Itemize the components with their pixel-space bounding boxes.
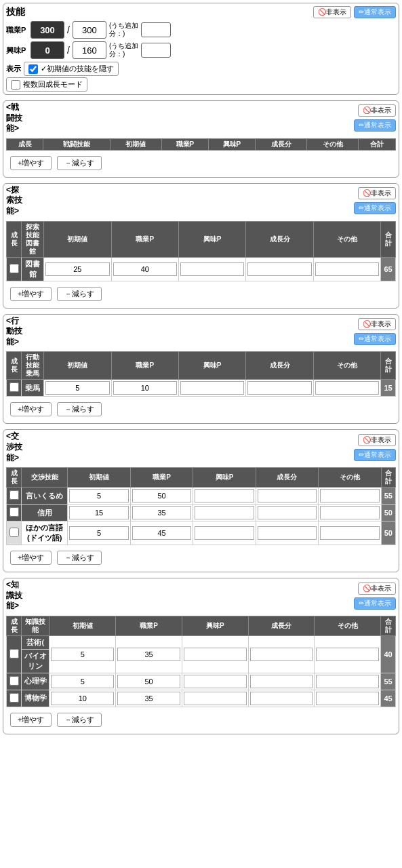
neg-row2-other-input[interactable] [320,526,379,540]
action-row0-other [313,380,380,397]
kyomip-extra-value[interactable] [141,43,171,58]
action-row0-shokugyop-input[interactable] [113,381,177,395]
search-row0-initial-input[interactable] [45,262,109,276]
hide-initial-checkbox[interactable] [28,64,38,74]
know-row1-name: 心理学 [22,673,49,690]
know-row0-shokugyop-input[interactable] [117,648,180,661]
knowledge-section: <知 識技 能> 🚫非表示 ✏通常表示 成長 知識技能 初期値 職業P 興味P … [3,578,399,734]
neg-row1-growth-input[interactable] [258,506,317,519]
know-remove-button[interactable]: －減らす [57,713,102,727]
action-btn-row: +増やす －減らす [6,399,396,420]
neg-row1-kyomip [193,505,256,521]
know-row1-growth-checkbox[interactable] [9,676,19,686]
search-remove-button[interactable]: －減らす [57,287,102,301]
combat-th-growth: 成長 [7,138,43,150]
neg-row1-initial-input[interactable] [69,506,128,519]
multi-growth-row[interactable]: 複数回成長モード [6,77,87,92]
neg-remove-button[interactable]: －減らす [57,551,102,565]
know-add-button[interactable]: +増やす [10,713,52,727]
neg-row1-growth-checkbox[interactable] [9,507,19,517]
know-row0-other [315,635,381,673]
neg-row2-growth-input[interactable] [258,526,317,540]
know-row0-growth-checkbox[interactable] [9,649,19,658]
shokugyop-value2[interactable] [73,21,106,39]
neg-row0-kyomip [193,488,256,505]
know-row0-other-input[interactable] [316,648,379,661]
combat-show-button[interactable]: ✏通常表示 [354,119,396,132]
action-row0-initial-input[interactable] [45,381,109,395]
action-row0-kyomip-input[interactable] [180,381,244,395]
knowledge-hide-button[interactable]: 🚫非表示 [358,583,396,595]
search-hide-button[interactable]: 🚫非表示 [358,187,396,199]
combat-remove-button[interactable]: －減らす [57,156,102,170]
negotiation-hide-button[interactable]: 🚫非表示 [358,434,396,446]
combat-hide-button[interactable]: 🚫非表示 [358,104,396,117]
action-row0-growth-checkbox[interactable] [9,382,19,392]
knowledge-show-button[interactable]: ✏通常表示 [354,597,396,610]
know-row1-kyomip-input[interactable] [184,675,247,688]
search-row0-other-input[interactable] [315,262,379,276]
neg-row0-growth-input[interactable] [258,489,317,502]
know-row2-shokugyop-input[interactable] [117,692,180,705]
neg-row2-growth-checkbox[interactable] [9,528,19,537]
search-row0-growth-input[interactable] [247,262,311,276]
neg-row1-other-input[interactable] [320,506,379,519]
know-row1-shokugyop-input[interactable] [117,675,180,688]
action-show-button[interactable]: ✏通常表示 [354,333,396,345]
neg-row0-shokugyop-input[interactable] [132,489,191,502]
shokugyop-value1[interactable] [31,21,64,39]
neg-row0-other-input[interactable] [320,489,379,502]
combat-add-button[interactable]: +増やす [10,156,52,170]
neg-row2-kyomip [193,521,256,545]
search-add-button[interactable]: +増やす [10,287,52,301]
know-row2-kyomip-input[interactable] [184,692,247,705]
know-row2-growth-checkbox[interactable] [9,693,19,703]
action-add-button[interactable]: +増やす [10,402,52,416]
know-row2-name: 博物学 [22,690,49,707]
neg-row0-kyomip-input[interactable] [195,489,254,502]
know-row1-other-input[interactable] [316,675,379,688]
know-row2-initial-input[interactable] [51,692,114,705]
know-row2-total: 45 [381,690,396,707]
neg-row2-kyomip-input[interactable] [195,526,254,540]
kyomip-value1[interactable] [31,41,64,59]
search-row0-shokugyop [111,257,178,281]
kyomip-value2[interactable] [73,41,106,59]
neg-row1-kyomip-input[interactable] [195,506,254,519]
combat-th-initial: 初期値 [110,138,161,150]
know-row2-other-input[interactable] [316,692,379,705]
combat-th-kyomip: 興味P [208,138,255,150]
know-row2-growth-input[interactable] [250,692,313,705]
multi-growth-checkbox[interactable] [11,80,20,90]
know-row1-other [315,673,381,690]
action-hide-button[interactable]: 🚫非表示 [358,318,396,330]
action-remove-button[interactable]: －減らす [57,402,102,416]
neg-row2-shokugyop-input[interactable] [132,526,191,540]
negotiation-show-button[interactable]: ✏通常表示 [354,449,396,461]
know-th-total: 合計 [381,616,396,635]
shokugyop-extra-value[interactable] [141,22,171,37]
neg-row0-growth-checkbox[interactable] [9,490,19,500]
know-row0-initial-input[interactable] [51,648,114,661]
top-hide-button[interactable]: 🚫非表示 [313,6,351,18]
action-row0-growth-input[interactable] [247,381,311,395]
neg-row2-initial-input[interactable] [69,526,128,540]
search-th-initial: 初期値 [44,221,111,257]
search-show-button[interactable]: ✏通常表示 [354,202,396,214]
know-row1-initial-input[interactable] [51,675,114,688]
search-row0-kyomip-input[interactable] [180,262,244,276]
top-show-button[interactable]: ✏通常表示 [354,6,396,18]
neg-row1-shokugyop-input[interactable] [132,506,191,519]
search-row0-shokugyop-input[interactable] [113,262,177,276]
action-row0-name: 乗馬 [22,380,44,397]
search-row0-growth-checkbox[interactable] [9,264,19,273]
neg-add-button[interactable]: +増やす [10,551,52,565]
action-th-growth2: 成長分 [246,352,313,380]
neg-row0-growth-cell [7,488,22,505]
know-row0-kyomip-input[interactable] [184,648,247,661]
checkbox-hide-initial[interactable]: ✓初期値の技能を隠す [24,62,119,76]
neg-row0-initial-input[interactable] [69,489,128,502]
action-row0-other-input[interactable] [315,381,379,395]
know-row0-growth-input[interactable] [250,648,313,661]
know-row1-growth-input[interactable] [250,675,313,688]
